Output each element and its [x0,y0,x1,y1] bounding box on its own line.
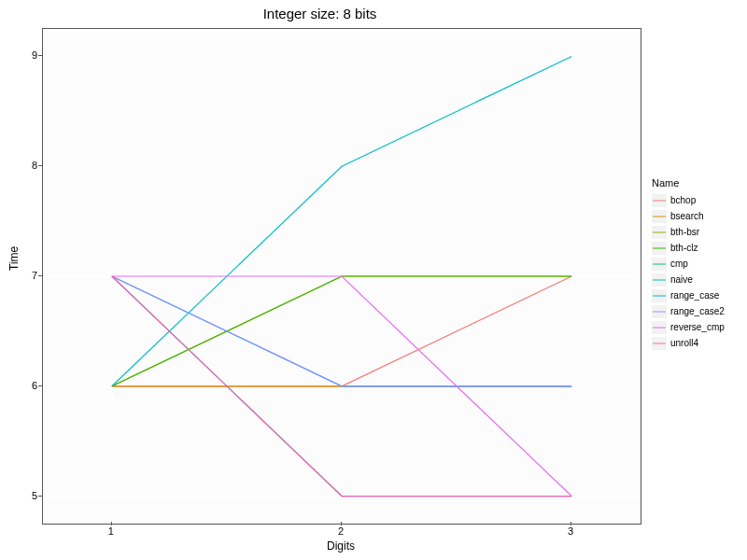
series-line-range_case2 [112,276,571,386]
x-tick: 2 [338,525,344,537]
series-line-bchop [112,276,571,386]
legend-swatch [652,305,667,318]
y-axis-label: Time [7,246,21,271]
legend-swatch [652,210,667,223]
y-tick: 7 [19,270,37,281]
legend-label: range_case2 [670,306,725,316]
legend-label: naive [670,274,693,285]
y-tick: 6 [19,380,37,391]
legend-item-unroll4: unroll4 [652,335,740,351]
x-tick: 3 [568,525,573,537]
legend-swatch [652,273,667,287]
y-tick: 5 [19,490,37,501]
x-axis-label: Digits [42,539,640,553]
legend-item-bth-bsr: bth-bsr [652,224,740,240]
legend-item-naive: naive [652,272,740,287]
legend-item-cmp: cmp [652,256,740,272]
legend-label: unroll4 [670,338,698,348]
chart-lines [43,29,641,524]
legend-item-bchop: bchop [652,192,740,208]
series-line-bth-clz [112,276,571,386]
legend-label: bth-bsr [670,227,699,237]
legend-label: cmp [670,259,688,269]
legend-swatch [652,194,667,207]
legend-item-bsearch: bsearch [652,208,740,224]
chart-title: Integer size: 8 bits [0,6,640,21]
legend-label: reverse_cmp [670,322,725,332]
legend-swatch [652,242,667,255]
legend: Name bchopbsearchbth-bsrbth-clzcmpnaiver… [652,177,740,351]
series-line-bth-bsr [112,276,571,386]
series-line-naive [112,56,571,385]
legend-label: bth-clz [670,243,698,253]
legend-title: Name [652,177,740,189]
legend-items: bchopbsearchbth-bsrbth-clzcmpnaiverange_… [652,192,740,351]
legend-item-reverse_cmp: reverse_cmp [652,319,740,335]
plot-panel [42,28,641,525]
legend-swatch [652,258,667,271]
legend-label: range_case [670,290,719,301]
legend-label: bchop [670,195,696,205]
legend-swatch [652,337,667,350]
y-tick: 9 [19,49,37,61]
legend-swatch [652,289,667,302]
legend-item-range_case2: range_case2 [652,303,740,319]
series-line-range_case [112,276,571,386]
x-tick: 1 [108,525,114,537]
legend-swatch [652,321,667,334]
y-tick: 8 [19,160,37,171]
legend-swatch [652,226,667,239]
legend-label: bsearch [670,211,704,221]
legend-item-bth-clz: bth-clz [652,240,740,256]
legend-item-range_case: range_case [652,287,740,303]
